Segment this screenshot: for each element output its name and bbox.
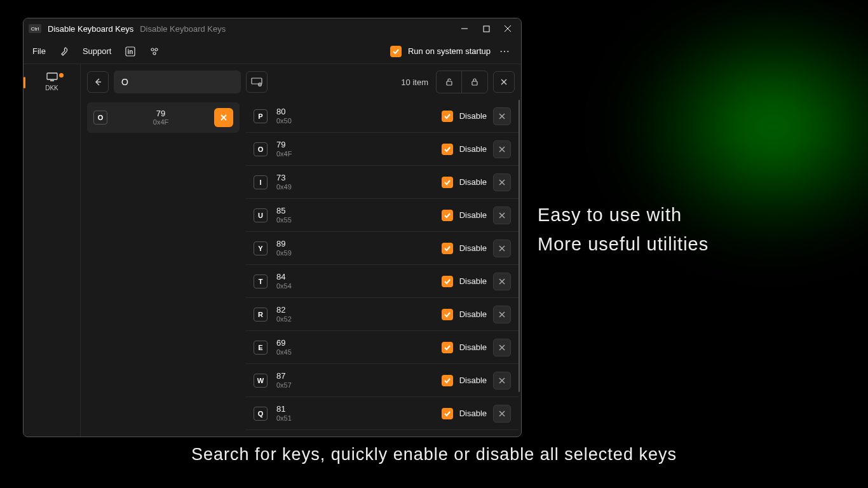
close-button[interactable] <box>503 24 512 33</box>
key-badge: O <box>254 142 268 156</box>
disable-label: Disable <box>459 210 487 220</box>
more-button[interactable]: ⋯ <box>497 45 512 57</box>
notification-dot <box>59 73 64 78</box>
app-icon: Ctrl <box>29 24 41 33</box>
remove-key-button[interactable] <box>493 372 511 390</box>
key-hex: 0x4F <box>153 118 168 126</box>
remove-result-button[interactable] <box>214 108 233 127</box>
disable-checkbox[interactable] <box>442 342 453 353</box>
window-subtitle: Disable Keyboard Keys <box>140 24 226 34</box>
search-results-panel: O 79 0x4F <box>81 100 246 437</box>
sidebar-item-dkk[interactable]: DKK <box>45 72 58 92</box>
sidebar: DKK <box>24 64 81 437</box>
linkedin-icon[interactable]: in <box>125 46 136 57</box>
svg-point-6 <box>151 48 154 51</box>
disable-checkbox[interactable] <box>442 309 453 320</box>
key-badge: I <box>254 175 268 189</box>
key-row: Y 89 0x59 Disable <box>246 232 519 265</box>
disable-label: Disable <box>459 342 487 352</box>
key-list: P 80 0x50 Disable O 79 0x4F Disable <box>246 100 521 437</box>
tools-icon[interactable] <box>149 46 160 57</box>
remove-key-button[interactable] <box>493 339 511 356</box>
key-code: 84 <box>276 272 285 282</box>
svg-text:in: in <box>127 48 133 55</box>
remove-key-button[interactable] <box>493 107 511 125</box>
key-row: W 87 0x57 Disable <box>246 364 519 397</box>
unlock-button[interactable] <box>437 71 462 93</box>
clear-all-button[interactable] <box>493 71 515 93</box>
remove-key-button[interactable] <box>493 306 511 323</box>
sidebar-item-label: DKK <box>45 85 58 92</box>
keyboard-settings-button[interactable] <box>246 71 268 93</box>
disable-label: Disable <box>459 111 487 121</box>
remove-key-button[interactable] <box>493 173 511 191</box>
key-code: 69 <box>276 338 285 348</box>
lock-button[interactable] <box>462 71 487 93</box>
key-badge: R <box>254 308 268 322</box>
remove-key-button[interactable] <box>493 140 511 158</box>
monitor-icon <box>46 72 58 82</box>
key-hex: 0x45 <box>276 348 292 356</box>
key-row: O 79 0x4F Disable <box>246 133 519 166</box>
key-hex: 0x55 <box>276 216 292 224</box>
key-hex: 0x57 <box>276 381 292 390</box>
wrench-icon[interactable] <box>58 46 70 57</box>
disable-label: Disable <box>459 177 487 187</box>
menu-file[interactable]: File <box>32 46 46 56</box>
promo-bottom-text: Search for keys, quickly enable or disab… <box>0 445 868 464</box>
promo-side-text: Easy to use with More useful utilities <box>538 200 709 259</box>
key-code: 85 <box>276 206 285 216</box>
disable-checkbox[interactable] <box>442 210 453 221</box>
window-title: Disable Keyboard Keys <box>48 24 133 34</box>
key-hex: 0x52 <box>276 315 292 323</box>
item-count: 10 item <box>401 78 428 87</box>
remove-key-button[interactable] <box>493 405 511 423</box>
key-row: I 73 0x49 Disable <box>246 166 519 199</box>
disable-label: Disable <box>459 276 487 286</box>
key-code: 73 <box>276 173 285 183</box>
remove-key-button[interactable] <box>493 240 511 257</box>
disable-checkbox[interactable] <box>442 144 453 155</box>
disable-label: Disable <box>459 309 487 319</box>
menu-support[interactable]: Support <box>83 46 112 56</box>
disable-checkbox[interactable] <box>442 177 453 188</box>
key-code: 79 <box>276 140 285 150</box>
app-window: Ctrl Disable Keyboard Keys Disable Keybo… <box>23 18 522 437</box>
key-badge: E <box>254 341 268 355</box>
disable-checkbox[interactable] <box>442 408 453 419</box>
key-badge: T <box>254 274 268 288</box>
key-row: T 84 0x54 Disable <box>246 265 519 298</box>
disable-checkbox[interactable] <box>442 243 453 254</box>
disable-checkbox[interactable] <box>442 375 453 386</box>
key-badge: U <box>254 208 268 222</box>
key-code: 81 <box>276 404 285 414</box>
titlebar: Ctrl Disable Keyboard Keys Disable Keybo… <box>24 18 521 39</box>
disable-label: Disable <box>459 376 487 385</box>
key-hex: 0x49 <box>276 183 292 191</box>
svg-point-7 <box>155 48 158 51</box>
remove-key-button[interactable] <box>493 273 511 290</box>
search-box[interactable] <box>114 71 241 93</box>
search-input[interactable] <box>121 77 233 87</box>
startup-checkbox[interactable] <box>390 46 402 57</box>
disable-label: Disable <box>459 144 487 154</box>
lock-toggle-group <box>436 71 488 93</box>
key-hex: 0x50 <box>276 117 292 125</box>
key-badge: Y <box>254 241 268 255</box>
toolbar: 10 item <box>81 64 521 100</box>
key-row: U 85 0x55 Disable <box>246 199 519 232</box>
disable-checkbox[interactable] <box>442 111 453 122</box>
remove-key-button[interactable] <box>493 207 511 224</box>
svg-point-8 <box>153 52 156 55</box>
key-hex: 0x54 <box>276 282 292 290</box>
search-result-item[interactable]: O 79 0x4F <box>87 102 240 133</box>
maximize-button[interactable] <box>482 24 491 33</box>
key-hex: 0x4F <box>276 150 292 158</box>
back-button[interactable] <box>87 71 109 93</box>
minimize-button[interactable] <box>460 24 469 33</box>
key-row: Q 81 0x51 Disable <box>246 397 519 430</box>
svg-rect-9 <box>47 73 57 79</box>
key-badge: O <box>93 111 107 125</box>
disable-checkbox[interactable] <box>442 276 453 287</box>
key-badge: W <box>254 374 268 388</box>
